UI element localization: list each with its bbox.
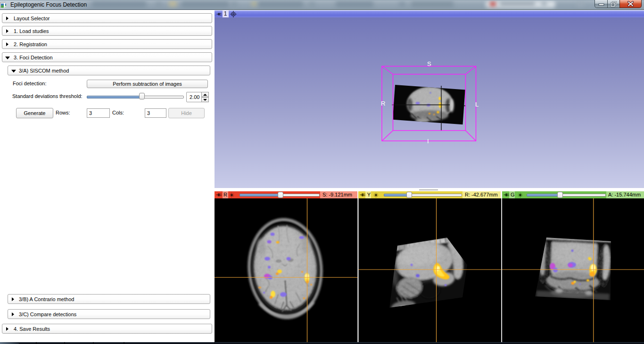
svg-text:L: L	[475, 101, 479, 108]
svg-text:R: R	[381, 100, 385, 107]
svg-text:S: S	[427, 60, 431, 67]
svg-text:I: I	[427, 138, 429, 145]
